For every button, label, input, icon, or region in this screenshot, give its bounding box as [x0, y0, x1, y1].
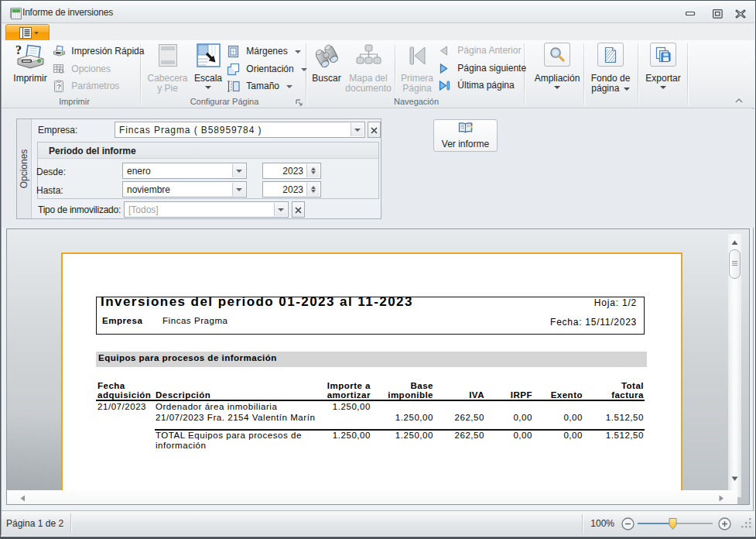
- svg-text:?: ?: [15, 43, 22, 57]
- svg-text:?: ?: [57, 83, 62, 91]
